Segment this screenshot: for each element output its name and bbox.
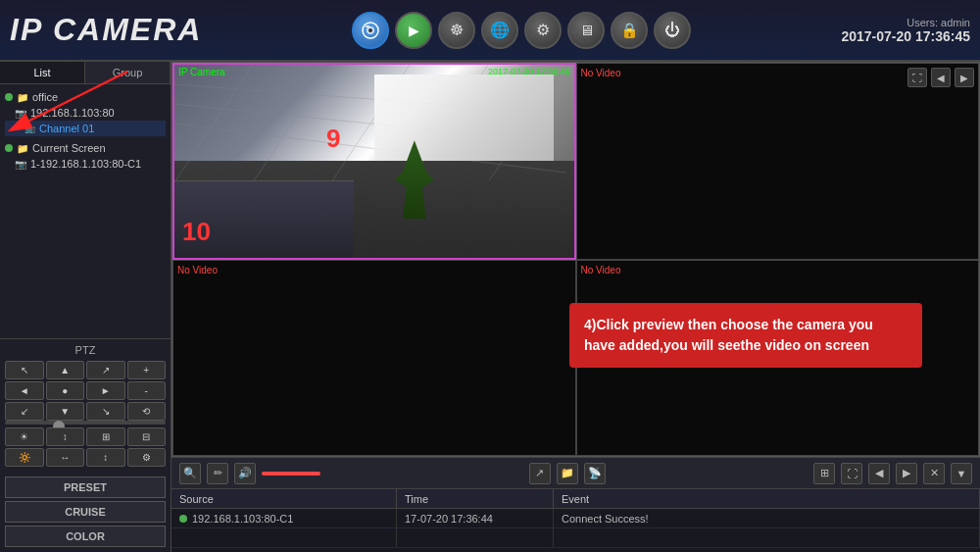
ptz-left-down[interactable]: ↙ (5, 402, 44, 421)
nav-prev[interactable]: ◀ (931, 68, 951, 87)
tree-item-cam1[interactable]: 📷 192.168.1.103:80 (5, 105, 166, 121)
ptz-iris-close[interactable]: ↕ (46, 427, 85, 446)
ptz-focus-far[interactable]: ⊟ (127, 427, 167, 446)
color-button[interactable]: COLOR (5, 526, 166, 547)
ptz-stop[interactable]: ● (46, 381, 85, 400)
expand-button[interactable]: ⛶ (907, 68, 927, 87)
ptz-section: PTZ ↖ ▲ ↗ + ◄ ● ► - ↙ ▼ ↘ ⟲ ☀ ↕ ⊞ (0, 338, 171, 472)
zoom-slider[interactable] (5, 421, 166, 425)
ptz-focus-near[interactable]: ⊞ (86, 427, 125, 446)
preset-button[interactable]: PRESET (5, 477, 166, 498)
snap-button[interactable]: ↗ (529, 463, 551, 484)
lock-icon: 🔒 (620, 22, 639, 39)
ptz-extra2[interactable]: ↔ (46, 448, 85, 467)
fullscreen-button[interactable]: ⛶ (841, 463, 862, 484)
ptz-right[interactable]: ► (86, 381, 125, 400)
main-layout: List Group 📁 office 📷 192.168.1.103:80 📺… (0, 62, 980, 552)
record-button[interactable]: 📁 (557, 463, 578, 484)
ptz-right-down[interactable]: ↘ (86, 402, 125, 421)
svg-line-8 (253, 65, 331, 180)
ptz-zoom-out[interactable]: - (127, 381, 167, 400)
video-cell-1[interactable]: IP Camera 2017-07-20 17:36:46 (172, 63, 576, 260)
tree-label-cam1: 192.168.1.103:80 (30, 107, 115, 119)
power-button[interactable]: ⏻ (654, 12, 691, 49)
cell4-label: No Video (581, 265, 621, 276)
settings-button[interactable]: ⚙ (524, 12, 562, 49)
preview-button[interactable] (352, 12, 389, 49)
log-col-event: Event (554, 489, 980, 508)
gear-icon: ⚙ (536, 21, 550, 39)
pencil-button[interactable]: ✏ (207, 463, 228, 484)
tree-label-ch1: Channel 01 (39, 123, 94, 134)
ptz-extra1[interactable]: 🔆 (5, 448, 44, 467)
ptz-extra-controls: ☀ ↕ ⊞ ⊟ 🔆 ↔ ↕ ⚙ (5, 427, 166, 467)
log-row-empty-1[interactable] (172, 528, 980, 548)
device-manager-button[interactable]: 🖥 (567, 12, 605, 49)
tree-item-cam2[interactable]: 📷 1-192.168.1.103:80-C1 (5, 156, 166, 172)
grid-button[interactable]: ⊞ (813, 463, 835, 484)
sidebar-tabs: List Group (0, 62, 171, 84)
volume-slider[interactable] (262, 472, 320, 476)
log-rows: 192.168.1.103:80-C1 17-07-20 17:36:44 Co… (172, 509, 980, 548)
tree-item-office[interactable]: 📁 office (5, 89, 166, 105)
cell2-label: No Video (581, 68, 621, 78)
status-dot-current (5, 144, 13, 152)
log-time-1: 17-07-20 17:36:44 (397, 509, 554, 527)
tab-group[interactable]: Group (85, 62, 171, 83)
tree-area: 📁 office 📷 192.168.1.103:80 📺 Channel 01… (0, 84, 171, 338)
status-dot-office (5, 93, 13, 101)
tree-item-current[interactable]: 📁 Current Screen (5, 140, 166, 156)
playback-button[interactable]: ▶ (395, 12, 432, 49)
camera-feed (174, 65, 574, 258)
ptz-left-up[interactable]: ↖ (5, 361, 44, 379)
ptz-zoom-in[interactable]: + (127, 361, 167, 379)
app-title: IP CAMERA (10, 12, 202, 48)
users-label: Users: admin (841, 17, 970, 28)
ptz-down[interactable]: ▼ (46, 402, 85, 421)
prev-button[interactable]: ◀ (868, 463, 890, 484)
lock-button[interactable]: 🔒 (611, 12, 648, 49)
camera-icon (361, 21, 380, 40)
more-button[interactable]: ▼ (951, 463, 972, 484)
ptz-auto[interactable]: ⟲ (127, 402, 167, 421)
network-button[interactable]: 🌐 (481, 12, 518, 49)
ptz-left[interactable]: ◄ (5, 381, 44, 400)
content-area: IP Camera 2017-07-20 17:36:46 (172, 62, 980, 552)
tree-label-cam2: 1-192.168.1.103:80-C1 (30, 158, 141, 170)
ptz-right-up[interactable]: ↗ (86, 361, 125, 379)
globe-icon: 🌐 (490, 21, 510, 39)
next-button[interactable]: ▶ (896, 463, 917, 484)
ptz-button[interactable]: ☸ (438, 12, 475, 49)
log-status-dot (179, 515, 187, 523)
datetime-area: Users: admin 2017-07-20 17:36:45 (841, 17, 970, 44)
cruise-button[interactable]: CRUISE (5, 501, 166, 523)
audio-button[interactable]: 📡 (584, 463, 606, 484)
log-source-1: 192.168.1.103:80-C1 (172, 509, 397, 527)
video-cell-2[interactable]: No Video ⛶ ◀ ▶ (576, 63, 980, 260)
close-feed-button[interactable]: ✕ (923, 463, 945, 484)
tree-label-current: Current Screen (32, 142, 106, 154)
monitor-icon: 🖥 (579, 22, 594, 38)
log-area: Source Time Event 192.168.1.103:80-C1 17… (172, 488, 980, 552)
toolbar: ▶ ☸ 🌐 ⚙ 🖥 🔒 ⏻ (352, 12, 691, 49)
sidebar: List Group 📁 office 📷 192.168.1.103:80 📺… (0, 62, 172, 552)
ptz-extra3[interactable]: ↕ (86, 448, 125, 467)
log-row[interactable]: 192.168.1.103:80-C1 17-07-20 17:36:44 Co… (172, 509, 980, 528)
video-grid: IP Camera 2017-07-20 17:36:46 (172, 62, 980, 457)
ptz-up[interactable]: ▲ (46, 361, 85, 379)
tree-item-ch1[interactable]: 📺 Channel 01 (5, 121, 166, 136)
log-col-source: Source (172, 489, 397, 508)
tab-list[interactable]: List (0, 62, 85, 83)
cell1-timestamp: 2017-07-20 17:36:46 (488, 67, 570, 76)
title-bar: IP CAMERA ▶ ☸ 🌐 ⚙ 🖥 (0, 0, 980, 62)
ptz-iris-open[interactable]: ☀ (5, 427, 44, 446)
power-icon: ⏻ (664, 22, 680, 39)
folder-icon: 📁 (17, 92, 28, 103)
log-event-1: Connect Success! (554, 509, 980, 527)
search-button[interactable]: 🔍 (179, 463, 201, 484)
video-cell-3[interactable]: No Video (172, 260, 576, 457)
ptz-extra4[interactable]: ⚙ (127, 448, 167, 467)
sidebar-bottom-buttons: PRESET CRUISE COLOR (0, 472, 171, 552)
nav-next[interactable]: ▶ (955, 68, 974, 87)
volume-button[interactable]: 🔊 (234, 463, 256, 484)
